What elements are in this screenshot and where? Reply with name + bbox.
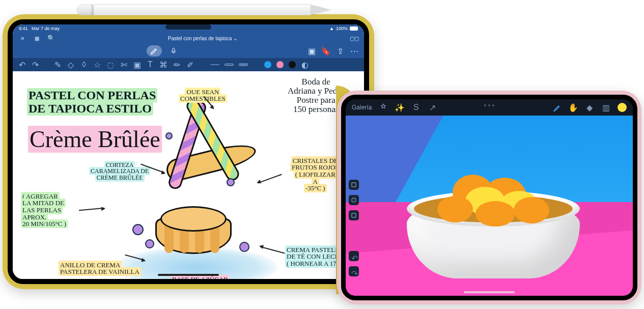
home-indicator-right[interactable] <box>464 291 515 293</box>
color-black[interactable] <box>289 61 296 68</box>
stroke-thick[interactable] <box>239 63 248 66</box>
chevron-down-icon: ⌄ <box>233 36 237 41</box>
main-toolbar: ▣ 🔖 ⇪ ⋯ <box>13 44 364 58</box>
screen-left: 9:41 Mar 7 de may ▲ 100% ✕ ▦ 🔍 Pastel co… <box>8 19 369 284</box>
screen-right: Galería ✨ S ↗ ✋ ◆ ▥ <box>341 95 637 300</box>
color-well[interactable] <box>618 103 627 112</box>
home-indicator[interactable] <box>158 274 219 276</box>
scissors-tool-icon[interactable]: ✄ <box>120 61 128 69</box>
ipad-right: Galería ✨ S ↗ ✋ ◆ ▥ <box>337 91 641 304</box>
color-picker-icon[interactable]: ◐ <box>301 61 309 69</box>
eraser-tool-icon[interactable]: ◇ <box>67 61 75 69</box>
brush-icon[interactable] <box>552 103 562 112</box>
svg-rect-0 <box>173 48 175 52</box>
callout-edible: QUE SEAN COMESTIBLES <box>179 81 227 102</box>
more-icon[interactable]: ⋯ <box>350 46 359 55</box>
artwork-canvas[interactable]: ↶ ↷ <box>346 116 633 296</box>
color-blue[interactable] <box>264 61 271 68</box>
highlighter-tool-icon[interactable]: ◊ <box>80 61 88 69</box>
link-tool-icon[interactable]: ⌘ <box>159 61 167 69</box>
shape-tool-icon[interactable]: ☆ <box>93 61 101 69</box>
wifi-icon: ▲ <box>329 26 334 31</box>
callout-crust: CORTEZA CARAMELIZADA DE CRÈME BRÛLÉE <box>89 155 150 181</box>
redo-icon[interactable]: ↷ <box>31 61 39 69</box>
gallery-button[interactable]: Galería <box>352 104 372 111</box>
note-canvas[interactable]: PASTEL CON PERLAS DE TAPIOCA ESTILO Crèm… <box>13 71 364 279</box>
bubble-1 <box>145 239 154 248</box>
bubble-4 <box>132 224 144 235</box>
ipad-left: 9:41 Mar 7 de may ▲ 100% ✕ ▦ 🔍 Pastel co… <box>3 14 374 289</box>
draw-mode-button[interactable] <box>147 45 162 57</box>
undo-icon[interactable]: ↶ <box>18 61 26 69</box>
status-right: ▲ 100% <box>329 26 358 31</box>
callout-ring: ANILLO DE CREMA PASTELERA DE VAINILLA <box>59 255 141 275</box>
stroke-medium[interactable] <box>225 64 234 66</box>
brush2-icon[interactable]: ✐ <box>186 61 194 69</box>
opacity-slider[interactable] <box>349 210 359 220</box>
camera-notch <box>165 24 211 30</box>
transform-icon[interactable]: ↗ <box>428 103 437 112</box>
search-icon[interactable]: 🔍 <box>46 34 55 43</box>
eraser-icon[interactable]: ◆ <box>585 103 594 112</box>
adjust-icon[interactable] <box>379 103 388 112</box>
undo-button[interactable]: ↶ <box>349 251 359 261</box>
wand-icon[interactable]: ✨ <box>395 103 404 112</box>
brush-size-slider[interactable] <box>349 180 359 190</box>
procreate-toolbar: Galería ✨ S ↗ ✋ ◆ ▥ <box>346 99 633 116</box>
split-view-icon[interactable]: ▢▢ <box>350 34 359 43</box>
share-icon[interactable]: ⇪ <box>335 46 345 55</box>
layers-icon[interactable]: ▥ <box>601 103 610 112</box>
battery-icon <box>350 26 358 31</box>
smudge-icon[interactable]: ✋ <box>569 103 578 112</box>
callout-crystals: CRISTALES DE FRUTOS ROJOS ( LIOFILIZAR A… <box>290 150 341 192</box>
illustration-flan <box>150 206 237 267</box>
arrow-4 <box>258 174 282 184</box>
bubble-5 <box>239 242 249 252</box>
close-icon[interactable]: ✕ <box>18 34 27 43</box>
lasso-tool-icon[interactable]: ◌ <box>106 61 115 69</box>
text-tool-icon[interactable]: T <box>146 61 154 69</box>
image-tool-icon[interactable]: ▣ <box>133 61 141 69</box>
select-icon[interactable]: S <box>411 103 421 112</box>
document-title[interactable]: Pastel con perlas de tapioca ⌄ <box>168 36 237 41</box>
status-left: 9:41 Mar 7 de may <box>19 26 60 31</box>
status-date: Mar 7 de may <box>32 26 60 31</box>
status-time: 9:41 <box>19 26 28 31</box>
callout-half: ( AGREGAR LA MITAD DE LAS PERLAS APROX. … <box>21 186 68 228</box>
battery-label: 100% <box>336 26 348 31</box>
drawing-toolbar: ↶ ↷ ✎ ◇ ◊ ☆ ◌ ✄ ▣ T ⌘ ✏ ✐ ◐ <box>13 58 364 71</box>
bookmark-icon[interactable]: 🔖 <box>321 46 330 55</box>
stroke-thin[interactable] <box>210 64 219 65</box>
export-icon[interactable]: ▣ <box>307 46 316 55</box>
redo-button[interactable]: ↷ <box>349 266 359 276</box>
bubble-3 <box>227 178 235 186</box>
document-titlebar: ✕ ▦ 🔍 Pastel con perlas de tapioca ⌄ ▢▢ <box>13 33 364 44</box>
modify-button[interactable] <box>349 195 359 205</box>
recipe-title-script: Crème Brûlée <box>28 103 162 152</box>
mic-icon[interactable] <box>169 46 178 55</box>
toolbar-more-dots[interactable] <box>484 104 494 106</box>
arrow-2 <box>79 208 104 211</box>
apple-pencil <box>76 4 331 15</box>
brush1-icon[interactable]: ✏ <box>173 61 181 69</box>
pen-tool-icon[interactable]: ✎ <box>53 61 62 69</box>
color-pink[interactable] <box>276 61 284 68</box>
bubble-2 <box>165 132 173 139</box>
bowl <box>407 177 580 284</box>
arrow-5 <box>260 246 285 254</box>
grid-icon[interactable]: ▦ <box>32 34 41 43</box>
side-sliders: ↶ ↷ <box>346 177 362 279</box>
